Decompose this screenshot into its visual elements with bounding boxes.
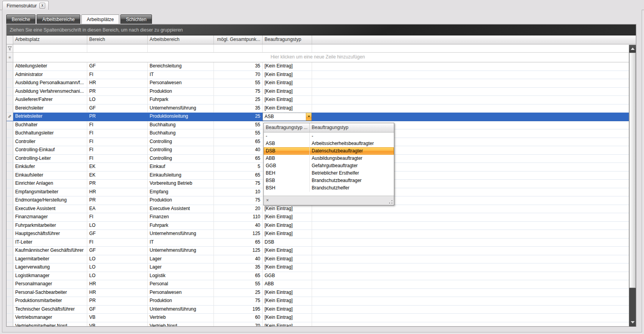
filter-cell-1[interactable]: [87, 44, 148, 52]
cell-punkte[interactable]: 65: [214, 272, 263, 280]
tab-arbeitsplätze[interactable]: Arbeitsplätze: [81, 14, 119, 24]
cell-punkte[interactable]: 55: [214, 121, 263, 129]
cell-bereich[interactable]: GF: [87, 247, 148, 255]
table-row[interactable]: Auslieferer/FahrerLOFuhrpark25[Kein Eint…: [7, 96, 629, 104]
row-indicator-cell[interactable]: [7, 71, 13, 79]
beauftragungstyp-editor-cell[interactable]: ASB: [263, 113, 312, 121]
row-indicator-cell[interactable]: [7, 88, 13, 96]
cell-arbeitsplatz[interactable]: Controlling-Leiter: [13, 155, 87, 163]
tab-arbeitsbereiche[interactable]: Arbeitsbereiche: [37, 14, 80, 24]
cell-bereich[interactable]: PR: [87, 196, 148, 205]
cell-arbeitsbereich[interactable]: Einkaufsleitung: [148, 171, 214, 180]
cell-arbeitsbereich[interactable]: Produktionsleitung: [148, 113, 214, 121]
cell-arbeitsplatz[interactable]: Betriebsleiter: [13, 113, 87, 121]
cell-arbeitsbereich[interactable]: Empfang: [148, 188, 214, 196]
cell-arbeitsbereich[interactable]: Buchhaltung: [148, 129, 214, 138]
cell-arbeitsplatz[interactable]: Einkaufsleiter: [13, 171, 87, 180]
cell-arbeitsplatz[interactable]: Vertriebsmanager: [13, 314, 87, 322]
cell-arbeitsplatz[interactable]: Hauptgeschäftsführer: [13, 230, 87, 238]
row-indicator-cell[interactable]: ✎: [7, 113, 13, 121]
row-indicator-cell[interactable]: [7, 121, 13, 129]
cell-bereich[interactable]: HR: [87, 188, 148, 196]
row-indicator-cell[interactable]: [7, 263, 13, 272]
row-indicator-cell[interactable]: [7, 146, 13, 154]
cell-bereich[interactable]: GF: [87, 306, 148, 314]
cell-arbeitsbereich[interactable]: Unternehmensführung: [148, 306, 214, 314]
cell-punkte[interactable]: 195: [214, 306, 263, 314]
cell-arbeitsplatz[interactable]: Produktionsmitarbeiter: [13, 297, 87, 305]
scroll-up-button[interactable]: [629, 45, 636, 53]
dropdown-item-bsb[interactable]: BSBBrandschutzbeauftrager: [264, 177, 394, 184]
cell-beauftragungstyp[interactable]: [Kein Eintrag]: [263, 314, 312, 322]
row-indicator-cell[interactable]: [7, 188, 13, 196]
cell-punkte[interactable]: 75: [214, 297, 263, 305]
cell-arbeitsbereich[interactable]: Controlling: [148, 146, 214, 154]
cell-arbeitsbereich[interactable]: Vertrieb Nord: [148, 322, 214, 327]
column-header-1[interactable]: Bereich: [87, 35, 148, 44]
cell-beauftragungstyp[interactable]: [Kein Eintrag]: [263, 289, 312, 297]
table-row[interactable]: Kaufmännischer GeschäftsführerGFUnterneh…: [7, 247, 629, 255]
dropdown-button[interactable]: [306, 113, 312, 121]
dropdown-item--[interactable]: --: [264, 133, 394, 140]
cell-bereich[interactable]: GF: [87, 230, 148, 238]
row-indicator-cell[interactable]: [7, 255, 13, 263]
group-by-panel[interactable]: Ziehen Sie eine Spaltenüberschrift in di…: [7, 25, 636, 35]
dropdown-close-icon[interactable]: ×: [266, 198, 269, 203]
cell-beauftragungstyp[interactable]: [Kein Eintrag]: [263, 322, 312, 327]
cell-punkte[interactable]: 75: [214, 196, 263, 205]
table-row[interactable]: ✎BetriebsleiterPRProduktionsleitung25ASB: [7, 113, 629, 121]
cell-bereich[interactable]: VB: [87, 314, 148, 322]
cell-punkte[interactable]: 110: [214, 213, 263, 221]
cell-punkte[interactable]: 65: [214, 155, 263, 163]
cell-arbeitsplatz[interactable]: Ausbildung Verfahrensmechani...: [13, 88, 87, 96]
cell-arbeitsbereich[interactable]: Unternehmensführung: [148, 230, 214, 238]
cell-arbeitsbereich[interactable]: Buchhaltung: [148, 121, 214, 129]
cell-beauftragungstyp[interactable]: [Kein Eintrag]: [263, 213, 312, 221]
cell-arbeitsplatz[interactable]: Lagermitarbeiter: [13, 255, 87, 263]
cell-beauftragungstyp[interactable]: [Kein Eintrag]: [263, 104, 312, 113]
cell-punkte[interactable]: 35: [214, 104, 263, 113]
cell-arbeitsplatz[interactable]: Abteilungsleiter: [13, 62, 87, 71]
cell-punkte[interactable]: 40: [214, 255, 263, 263]
cell-punkte[interactable]: 70: [214, 71, 263, 79]
row-indicator-cell[interactable]: [7, 79, 13, 87]
dropdown-header-abbr[interactable]: Beauftragungstyp ...: [264, 123, 310, 132]
dropdown-item-beh[interactable]: BEHBetrieblicher Ersthelfer: [264, 170, 394, 177]
cell-bereich[interactable]: HR: [87, 79, 148, 87]
cell-arbeitsplatz[interactable]: Buchhaltungsleiter: [13, 129, 87, 138]
table-row[interactable]: BereichsleiterGFUnternehmensführung35[Ke…: [7, 104, 629, 113]
row-indicator-cell[interactable]: [7, 196, 13, 205]
table-row[interactable]: AdministratorFIIT70[Kein Eintrag]: [7, 71, 629, 80]
cell-bereich[interactable]: HR: [87, 280, 148, 288]
cell-arbeitsplatz[interactable]: Empfangsmitarbeiter: [13, 188, 87, 196]
cell-punkte[interactable]: 25: [214, 96, 263, 104]
cell-arbeitsbereich[interactable]: Logistik: [148, 272, 214, 280]
table-row[interactable]: FuhrparkmitarbeiterLOFuhrpark40[Kein Ein…: [7, 222, 629, 230]
cell-bereich[interactable]: EK: [87, 163, 148, 171]
column-header-4[interactable]: Beauftragungstyp: [263, 35, 312, 44]
table-row[interactable]: ProduktionsmitarbeiterPRProduktion75[Kei…: [7, 297, 629, 306]
row-indicator-cell[interactable]: [7, 138, 13, 146]
row-indicator-cell[interactable]: [7, 306, 13, 314]
resize-grip-icon[interactable]: [388, 200, 393, 204]
cell-arbeitsplatz[interactable]: Ausbildung Personalkaumann/f...: [13, 79, 87, 87]
cell-punkte[interactable]: 125: [214, 230, 263, 238]
cell-beauftragungstyp[interactable]: [Kein Eintrag]: [263, 247, 312, 255]
table-row[interactable]: HauptgeschäftsführerGFUnternehmensführun…: [7, 230, 629, 239]
cell-arbeitsbereich[interactable]: Controlling: [148, 138, 214, 146]
cell-beauftragungstyp[interactable]: [Kein Eintrag]: [263, 62, 312, 71]
row-indicator-cell[interactable]: [7, 272, 13, 280]
cell-punkte[interactable]: 35: [214, 263, 263, 272]
cell-arbeitsbereich[interactable]: Bereichsleitung: [148, 62, 214, 71]
cell-arbeitsbereich[interactable]: Personalwesen: [148, 79, 214, 87]
cell-bereich[interactable]: FI: [87, 121, 148, 129]
cell-punkte[interactable]: 65: [214, 138, 263, 146]
table-row[interactable]: Personal-SachbearbeiterHRPersonalwesen25…: [7, 289, 629, 297]
row-indicator-cell[interactable]: [7, 297, 13, 305]
cell-arbeitsplatz[interactable]: Auslieferer/Fahrer: [13, 96, 87, 104]
cell-arbeitsplatz[interactable]: Technischer Geschäftsführer: [13, 306, 87, 314]
cell-arbeitsbereich[interactable]: Controlling: [148, 155, 214, 163]
cell-beauftragungstyp[interactable]: [Kein Eintrag]: [263, 71, 312, 79]
cell-arbeitsplatz[interactable]: Einrichter Anlagen: [13, 180, 87, 188]
cell-punkte[interactable]: 55: [214, 129, 263, 138]
